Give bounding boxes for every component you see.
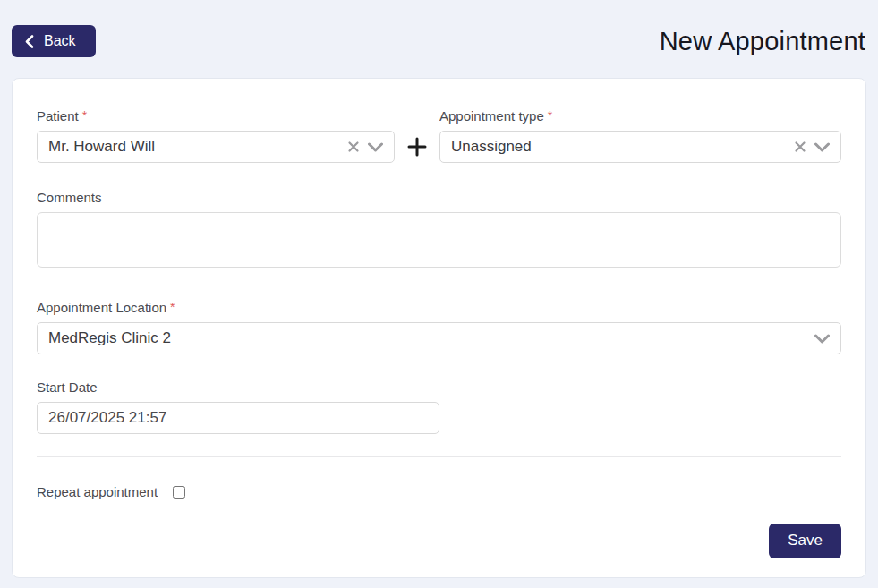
start-date-label: Start Date	[37, 379, 841, 395]
appointment-form-card: Patient* Mr. Howard Will	[12, 78, 866, 578]
repeat-appointment-row: Repeat appointment	[37, 484, 841, 499]
comments-textarea[interactable]	[37, 212, 841, 268]
start-date-field-group: Start Date	[37, 379, 841, 434]
required-asterisk: *	[82, 108, 87, 124]
comments-field-group: Comments	[37, 190, 841, 271]
add-patient-button[interactable]	[405, 135, 429, 158]
clear-x-icon[interactable]	[794, 141, 806, 153]
back-button-label: Back	[44, 33, 76, 49]
location-field-group: Appointment Location* MedRegis Clinic 2	[37, 300, 841, 354]
required-asterisk: *	[170, 300, 175, 315]
patient-label: Patient*	[37, 108, 395, 124]
chevron-down-icon[interactable]	[814, 142, 830, 152]
clear-x-icon[interactable]	[347, 141, 360, 153]
save-button[interactable]: Save	[769, 524, 841, 558]
appointment-type-select-value: Unassigned	[451, 138, 532, 156]
repeat-appointment-checkbox[interactable]	[173, 486, 185, 499]
patient-field-group: Patient* Mr. Howard Will	[37, 108, 395, 163]
location-label: Appointment Location*	[37, 300, 841, 315]
plus-icon	[407, 137, 427, 157]
start-date-input[interactable]	[37, 402, 439, 434]
appointment-type-label: Appointment type*	[439, 108, 841, 124]
location-select-value: MedRegis Clinic 2	[48, 329, 171, 347]
chevron-down-icon[interactable]	[368, 142, 383, 152]
comments-label: Comments	[37, 190, 841, 205]
section-divider	[37, 456, 841, 457]
topbar: Back New Appointment	[0, 0, 878, 57]
location-select[interactable]: MedRegis Clinic 2	[37, 322, 841, 354]
patient-select[interactable]: Mr. Howard Will	[37, 131, 395, 163]
required-asterisk: *	[548, 108, 552, 124]
appointment-type-field-group: Appointment type* Unassigned	[439, 108, 841, 163]
appointment-type-select[interactable]: Unassigned	[439, 131, 841, 163]
page-title: New Appointment	[660, 27, 866, 56]
chevron-left-icon	[25, 35, 34, 48]
patient-select-value: Mr. Howard Will	[48, 138, 155, 156]
repeat-appointment-label: Repeat appointment	[37, 484, 158, 499]
patient-type-row: Patient* Mr. Howard Will	[37, 108, 841, 163]
back-button[interactable]: Back	[12, 25, 96, 57]
chevron-down-icon[interactable]	[814, 334, 830, 344]
